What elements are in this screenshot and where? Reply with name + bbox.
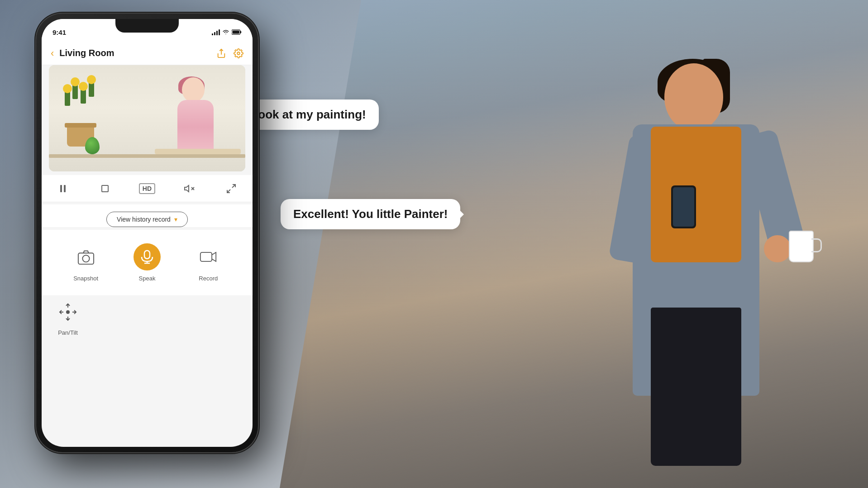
record-label: Record [199, 275, 218, 282]
coffee-cup [789, 231, 814, 262]
speech-bubble-mom: Excellent! You little Painter! [281, 199, 460, 229]
woman-phone [671, 185, 696, 228]
bubble-text-mom: Excellent! You little Painter! [293, 207, 448, 221]
room-title: Living Room [59, 48, 216, 58]
hd-toggle[interactable]: HD [138, 180, 156, 198]
phone-notch [115, 19, 179, 33]
history-btn-area: View history record ▾ [42, 204, 253, 227]
record-control[interactable]: Record [195, 243, 222, 282]
speak-label: Speak [139, 275, 156, 282]
wifi-icon [222, 29, 229, 35]
pantilt-control[interactable]: Pan/Tilt [55, 299, 81, 336]
share-icon[interactable] [216, 48, 226, 58]
svg-line-11 [232, 185, 235, 188]
phone-device: 9:41 [36, 14, 258, 466]
svg-rect-7 [102, 185, 108, 192]
chevron-down-icon: ▾ [174, 216, 177, 223]
snapshot-control[interactable]: Snapshot [72, 243, 100, 282]
girl-figure [168, 82, 227, 154]
history-button[interactable]: View history record ▾ [106, 212, 188, 227]
pantilt-label: Pan/Tilt [58, 329, 78, 336]
pause-button[interactable] [54, 180, 72, 198]
snapshot-label: Snapshot [73, 275, 98, 282]
header-icons [216, 48, 243, 58]
svg-rect-18 [200, 252, 212, 261]
camera-icon [77, 248, 95, 265]
microphone-icon [140, 250, 154, 264]
phone-screen: 9:41 [42, 19, 253, 447]
woman-figure [592, 36, 841, 466]
svg-rect-2 [233, 31, 239, 34]
hd-label: HD [139, 183, 155, 194]
volume-mute-icon [184, 183, 195, 194]
svg-line-12 [227, 190, 230, 193]
pantilt-icon [57, 301, 79, 323]
plant-area [58, 74, 103, 147]
svg-rect-1 [240, 31, 242, 33]
video-icon [200, 250, 217, 264]
pantilt-icon-wrap [55, 299, 81, 325]
controls-row: Snapshot Speak [55, 239, 239, 286]
svg-rect-6 [64, 185, 66, 192]
speak-icon-wrap [134, 243, 161, 270]
bottom-controls: Snapshot Speak [42, 230, 253, 295]
svg-rect-13 [78, 253, 94, 264]
camera-controls: HD [42, 175, 253, 202]
crop-icon [100, 183, 110, 194]
woman-pants [651, 308, 741, 466]
signal-icon [212, 29, 220, 35]
status-time: 9:41 [52, 28, 66, 36]
phone-shell: 9:41 [36, 14, 258, 452]
snapshot-icon-wrap [72, 243, 100, 270]
volume-button[interactable] [180, 180, 198, 198]
app-header: ‹ Living Room [42, 42, 253, 65]
record-icon-wrap [195, 243, 222, 270]
svg-point-19 [67, 311, 69, 313]
pause-icon [57, 183, 68, 194]
history-button-label: View history record [117, 216, 171, 223]
back-button[interactable]: ‹ [51, 47, 54, 59]
woman-sweater [651, 127, 741, 262]
camera-feed [49, 65, 245, 171]
table-surface [49, 154, 245, 158]
woman-hand-right [764, 235, 791, 262]
fullscreen-button[interactable] [222, 180, 240, 198]
speak-control[interactable]: Speak [134, 243, 161, 282]
svg-marker-8 [185, 185, 189, 192]
status-icons [212, 29, 242, 35]
fullscreen-icon [226, 183, 237, 194]
settings-icon[interactable] [234, 48, 243, 58]
svg-rect-15 [144, 251, 150, 259]
svg-rect-5 [60, 185, 62, 192]
svg-point-14 [82, 255, 89, 262]
svg-point-4 [237, 52, 240, 55]
battery-icon [232, 29, 242, 35]
green-egg [85, 137, 100, 154]
crop-button[interactable] [96, 180, 114, 198]
woman-head [664, 63, 723, 131]
